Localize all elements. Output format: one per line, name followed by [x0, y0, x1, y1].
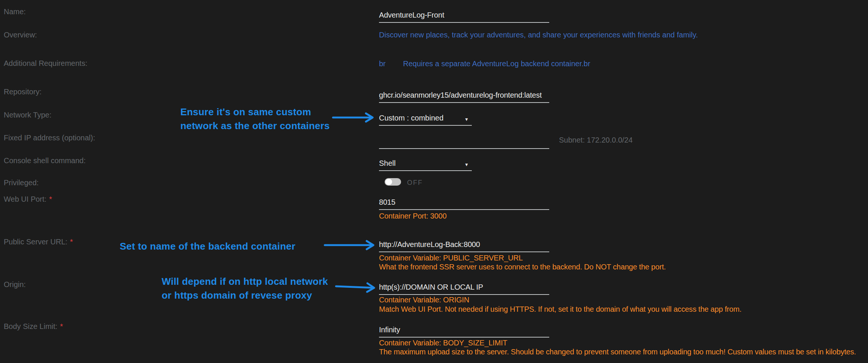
public-server-url-label: Public Server URL:* [4, 238, 73, 246]
origin-variable-helper: Container Variable: ORIGIN [379, 296, 469, 304]
requirements-text: Requires a separate AdventureLog backend… [403, 60, 590, 68]
name-label: Name: [4, 7, 26, 16]
network-annotation-line1: Ensure it's on same custom [180, 105, 330, 119]
overview-label: Overview: [4, 31, 37, 39]
origin-label: Origin: [4, 280, 26, 289]
body-size-limit-input[interactable]: Infinity [379, 326, 549, 338]
privileged-toggle[interactable] [385, 178, 401, 186]
dropdown-caret-icon: ▼ [464, 115, 469, 123]
fixed-ip-input[interactable] [379, 137, 549, 149]
public-server-url-variable-helper: Container Variable: PUBLIC_SERVER_URL [379, 254, 523, 262]
toggle-knob [385, 179, 392, 185]
origin-annotation: Will depend if on http local network or … [162, 275, 328, 302]
privileged-label: Privileged: [4, 179, 39, 187]
console-shell-value: Shell [379, 159, 395, 167]
container-port-helper: Container Port: 3000 [379, 212, 447, 220]
required-asterisk: * [49, 195, 52, 203]
console-shell-label: Console shell command: [4, 156, 86, 165]
web-ui-port-label: Web UI Port:* [4, 195, 52, 204]
required-asterisk: * [70, 238, 73, 246]
required-asterisk: * [60, 322, 63, 330]
public-server-url-label-text: Public Server URL: [4, 238, 67, 246]
dropdown-caret-icon: ▼ [464, 161, 469, 169]
network-arrow-icon [332, 112, 376, 123]
repository-label: Repository: [4, 88, 42, 96]
additional-requirements-text: br Requires a separate AdventureLog back… [379, 60, 590, 68]
additional-requirements-label: Additional Requirements: [4, 59, 87, 68]
overview-text: Discover new places, track your adventur… [379, 31, 698, 39]
container-settings-form: Name: Overview: Additional Requirements:… [0, 0, 868, 363]
origin-arrow-icon [335, 281, 377, 293]
name-input[interactable]: AdventureLog-Front [379, 11, 549, 23]
origin-annotation-line1: Will depend if on http local network [162, 275, 328, 289]
public-server-url-description-helper: What the frontend SSR server uses to con… [379, 263, 666, 271]
public-server-url-arrow-icon [324, 240, 376, 250]
network-type-select[interactable]: Custom : combined ▼ [379, 114, 472, 126]
body-size-limit-label: Body Size Limit:* [4, 322, 63, 331]
origin-annotation-line2: or https domain of revese proxy [162, 289, 328, 302]
network-annotation-line2: network as the other containers [180, 119, 330, 133]
subnet-note: Subnet: 172.20.0.0/24 [559, 136, 633, 144]
web-ui-port-label-text: Web UI Port: [4, 195, 46, 203]
console-shell-select[interactable]: Shell ▼ [379, 159, 472, 171]
network-type-label: Network Type: [4, 111, 51, 119]
fixed-ip-label: Fixed IP address (optional): [4, 134, 95, 142]
body-size-limit-label-text: Body Size Limit: [4, 322, 57, 330]
requirements-br-prefix: br [379, 60, 386, 68]
network-annotation: Ensure it's on same custom network as th… [180, 105, 330, 133]
origin-input[interactable]: http(s)://DOMAIN OR LOCAL IP [379, 283, 549, 295]
privileged-state-label: OFF [407, 179, 423, 187]
public-server-url-annotation: Set to name of the backend container [120, 240, 296, 253]
public-server-url-input[interactable]: http://AdventureLog-Back:8000 [379, 240, 549, 252]
network-type-value: Custom : combined [379, 114, 443, 122]
web-ui-port-input[interactable]: 8015 [379, 198, 549, 210]
origin-description-helper: Match Web UI Port. Not needed if using H… [379, 305, 742, 314]
body-size-limit-description-helper: The maximum upload size to the server. S… [379, 348, 856, 356]
repository-input[interactable]: ghcr.io/seanmorley15/adventurelog-fronte… [379, 91, 549, 103]
body-size-limit-variable-helper: Container Variable: BODY_SIZE_LIMIT [379, 339, 507, 347]
